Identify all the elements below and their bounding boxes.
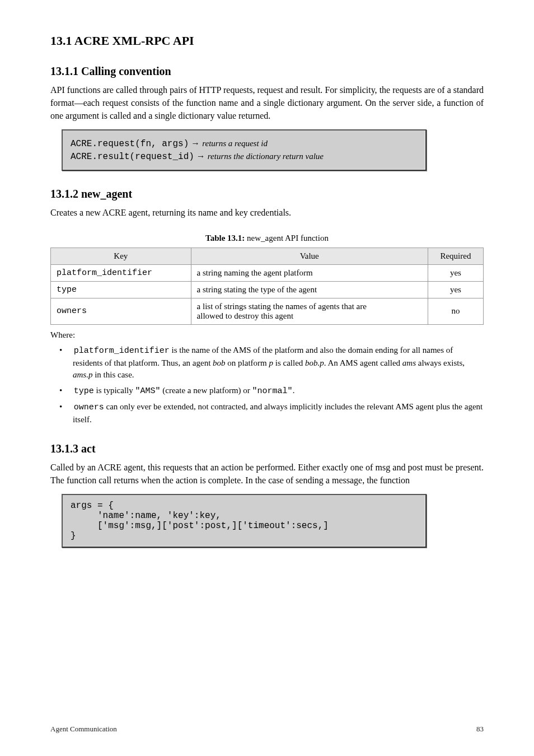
table-caption-label: Table 13.1:: [205, 234, 245, 242]
where-code: owners: [74, 403, 104, 412]
cell-value-line2: allowed to destroy this agent: [197, 311, 293, 320]
cell-key: type: [51, 281, 191, 298]
cell-value: a string naming the agent platform: [191, 264, 428, 281]
where-text: (create a new platform) or: [161, 386, 252, 395]
where-ital: p: [269, 358, 273, 367]
bullet-icon: •: [66, 344, 72, 357]
arrow-icon: →: [191, 138, 200, 148]
where-ital: ams: [402, 358, 416, 367]
code-request-returns: returns a request id: [202, 139, 268, 148]
cell-required: no: [428, 298, 483, 324]
where-list: Where: • platform_identifier is the name…: [50, 330, 484, 426]
where-item: • platform_identifier is the name of the…: [66, 344, 484, 381]
table-row: owners a list of strings stating the nam…: [51, 298, 484, 324]
cell-required: yes: [428, 281, 483, 298]
footer-page-number: 83: [476, 725, 484, 734]
code-result-call: ACRE.result(request_id): [71, 152, 194, 162]
code-line: }: [71, 531, 418, 541]
where-code: platform_identifier: [74, 346, 170, 356]
where-item: • type is typically "AMS" (create a new …: [66, 385, 484, 398]
table-header-value: Value: [191, 248, 428, 264]
cell-required: yes: [428, 264, 483, 281]
table-header-key: Key: [51, 248, 191, 264]
subheading-calling-convention: 13.1.1 Calling convention: [50, 65, 484, 78]
code-line: 'name':name, 'key':key,: [97, 511, 418, 521]
cell-value-line1: a list of strings stating the names of a…: [197, 302, 367, 311]
where-text: is typically: [94, 386, 135, 395]
where-text: can only ever be extended, not contracte…: [73, 402, 483, 424]
where-code: type: [74, 386, 94, 396]
where-code-literal: "AMS": [135, 386, 161, 396]
where-text: is called: [273, 358, 305, 367]
subheading-new-agent: 13.1.2 new_agent: [50, 188, 484, 200]
where-text: .: [293, 386, 295, 395]
table-caption: Table 13.1: new_agent API function: [50, 234, 484, 243]
code-request-call: ACRE.request(fn, args): [71, 139, 189, 149]
where-item: • owners can only ever be extended, not …: [66, 401, 484, 426]
code-panel-act: args = { 'name':name, 'key':key, ['msg':…: [62, 494, 427, 548]
footer-left: Agent Communication: [50, 725, 117, 734]
bullet-icon: •: [66, 385, 72, 397]
table-header-row: Key Value Required: [51, 248, 484, 264]
cell-value: a list of strings stating the names of a…: [191, 298, 428, 324]
arrow-icon: →: [196, 151, 205, 161]
paragraph-calling-convention: API functions are called through pairs o…: [50, 83, 484, 123]
cell-value: a string stating the type of the agent: [191, 281, 428, 298]
where-ital: ams.p: [73, 370, 92, 379]
where-ital: bob: [213, 358, 226, 367]
bullet-icon: •: [66, 401, 72, 413]
where-text: in this case.: [92, 370, 134, 379]
subheading-act: 13.1.3 act: [50, 442, 484, 455]
table-header-required: Required: [428, 248, 483, 264]
table-caption-text: new_agent API function: [247, 234, 329, 242]
where-code-literal: "normal": [252, 386, 293, 396]
where-text: always exists,: [416, 358, 465, 367]
page-footer: Agent Communication 83: [0, 725, 534, 734]
where-intro: Where:: [50, 330, 484, 340]
cell-key: platform_identifier: [51, 264, 191, 281]
code-line: ['msg':msg,]['post':post,]['timeout':sec…: [97, 521, 418, 531]
code-panel-calling-convention: ACRE.request(fn, args) → returns a reque…: [62, 129, 427, 171]
paragraph-act: Called by an ACRE agent, this requests t…: [50, 461, 484, 487]
api-table-new-agent: Key Value Required platform_identifier a…: [50, 248, 484, 325]
table-row: platform_identifier a string naming the …: [51, 264, 484, 281]
where-ital: bob.p: [305, 358, 324, 367]
table-row: type a string stating the type of the ag…: [51, 281, 484, 298]
section-title: 13.1 ACRE XML-RPC API: [50, 34, 484, 48]
paragraph-new-agent: Creates a new ACRE agent, returning its …: [50, 206, 484, 219]
where-text: on platform: [226, 358, 269, 367]
code-line: args = {: [71, 501, 418, 511]
code-result-returns: returns the dictionary return value: [208, 152, 324, 161]
where-text: . An AMS agent called: [324, 358, 402, 367]
cell-key: owners: [51, 298, 191, 324]
